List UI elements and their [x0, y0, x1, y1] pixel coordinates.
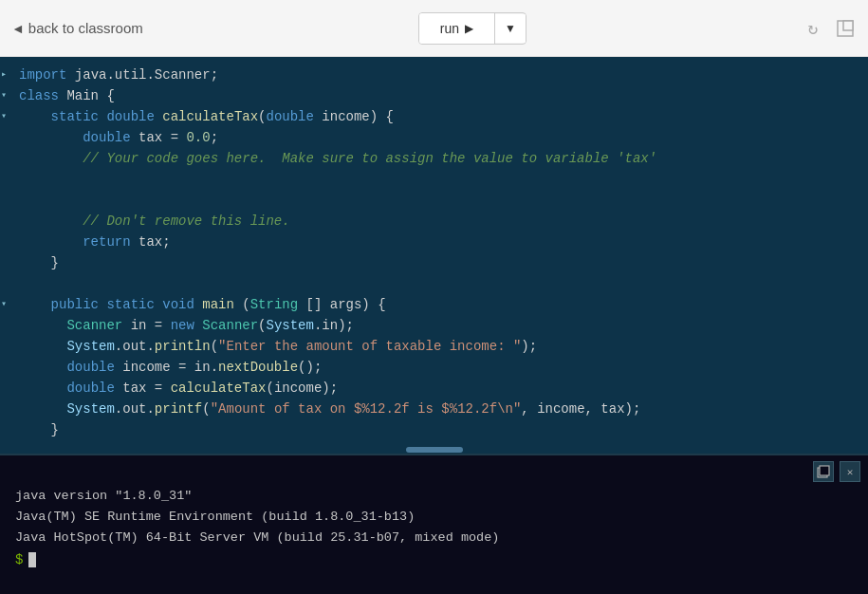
code-line-13: Scanner in = new Scanner(System.in);: [0, 315, 868, 336]
code-line-4: double tax = 0.0;: [0, 127, 868, 148]
refresh-icon[interactable]: ↻: [802, 17, 824, 40]
prompt-cursor: [28, 552, 36, 567]
code-line-8: // Don't remove this line.: [0, 211, 868, 232]
terminal-panel: ✕ java version "1.8.0_31" Java(TM) SE Ru…: [0, 454, 868, 594]
line-content-17: System.out.printf("Amount of tax on $%12…: [8, 399, 868, 419]
fold-arrow-1[interactable]: ▸: [1, 65, 7, 85]
run-button-group: run ▶ ▼: [418, 12, 526, 45]
line-content-16: double tax = calculateTax(income);: [8, 378, 868, 399]
code-line-2: ▾ class Main {: [0, 85, 868, 106]
line-content-5: // Your code goes here. Make sure to ass…: [8, 148, 868, 169]
line-content-8: // Don't remove this line.: [8, 211, 868, 232]
terminal-output: java version "1.8.0_31" Java(TM) SE Runt…: [0, 484, 868, 552]
terminal-close-icon[interactable]: ✕: [840, 461, 860, 482]
back-to-classroom-link[interactable]: ◄ back to classroom: [11, 20, 143, 36]
code-line-7: [0, 190, 868, 211]
code-line-16: double tax = calculateTax(income);: [0, 378, 868, 399]
terminal-line-1: java version "1.8.0_31": [15, 486, 853, 507]
editor-wrapper: ▸ import java.util.Scanner; ▾ class Main…: [0, 57, 868, 446]
code-editor[interactable]: ▸ import java.util.Scanner; ▾ class Main…: [0, 57, 868, 446]
gutter-12: ▾: [0, 294, 8, 315]
code-line-6: [0, 169, 868, 190]
line-content-12: public static void main (String [] args)…: [8, 294, 868, 315]
main-area: ▸ import java.util.Scanner; ▾ class Main…: [0, 57, 868, 594]
code-line-18: }: [0, 419, 868, 440]
code-line-12: ▾ public static void main (String [] arg…: [0, 294, 868, 315]
code-line-9: return tax;: [0, 232, 868, 252]
fold-arrow-2[interactable]: ▾: [1, 85, 7, 106]
code-line-11: [0, 273, 868, 294]
editor-content: ▸ import java.util.Scanner; ▾ class Main…: [0, 57, 868, 446]
line-content-7: [8, 190, 868, 211]
run-label: run: [440, 21, 459, 36]
line-content-19: [8, 440, 868, 446]
line-content-2: class Main {: [8, 85, 868, 106]
code-line-17: System.out.printf("Amount of tax on $%12…: [0, 399, 868, 419]
run-play-icon: ▶: [465, 22, 473, 35]
expand-icon[interactable]: [834, 17, 857, 40]
line-content-6: [8, 169, 868, 190]
code-line-15: double income = in.nextDouble();: [0, 357, 868, 378]
gutter-2: ▾: [0, 85, 8, 106]
close-x: ✕: [847, 466, 854, 478]
line-content-15: double income = in.nextDouble();: [8, 357, 868, 378]
line-content-1: import java.util.Scanner;: [8, 65, 868, 85]
line-content-14: System.out.println("Enter the amount of …: [8, 336, 868, 357]
terminal-line-2: Java(TM) SE Runtime Environment (build 1…: [15, 507, 853, 528]
line-content-9: return tax;: [8, 232, 868, 252]
horizontal-scroll-thumb[interactable]: [406, 447, 463, 453]
terminal-prompt-line[interactable]: $: [0, 552, 868, 567]
line-content-10: }: [8, 252, 868, 273]
code-line-5: // Your code goes here. Make sure to ass…: [0, 148, 868, 169]
terminal-line-3: Java HotSpot(TM) 64-Bit Server VM (build…: [15, 528, 853, 548]
run-dropdown-button[interactable]: ▼: [495, 14, 526, 43]
line-content-4: double tax = 0.0;: [8, 127, 868, 148]
code-line-3: ▾ static double calculateTax(double inco…: [0, 106, 868, 127]
fold-arrow-12[interactable]: ▾: [1, 294, 7, 315]
run-button[interactable]: run ▶: [419, 13, 495, 44]
gutter-3: ▾: [0, 106, 8, 127]
line-content-11: [8, 273, 868, 294]
line-content-18: }: [8, 419, 868, 440]
terminal-restore-icon[interactable]: [813, 461, 834, 482]
back-label: back to classroom: [28, 20, 143, 36]
prompt-dollar: $: [15, 552, 23, 567]
svg-rect-3: [820, 466, 829, 475]
horizontal-scrollbar[interactable]: [0, 446, 868, 454]
header-icons: ↻: [802, 17, 857, 40]
code-line-14: System.out.println("Enter the amount of …: [0, 336, 868, 357]
gutter-1: ▸: [0, 65, 8, 85]
back-arrow-icon: ◄: [11, 21, 25, 36]
svg-rect-1: [843, 21, 853, 30]
line-content-13: Scanner in = new Scanner(System.in);: [8, 315, 868, 336]
terminal-toolbar: ✕: [0, 455, 868, 484]
code-line-10: }: [0, 252, 868, 273]
header: ◄ back to classroom run ▶ ▼ ↻: [0, 0, 868, 57]
code-line-1: ▸ import java.util.Scanner;: [0, 65, 868, 85]
line-content-3: static double calculateTax(double income…: [8, 106, 868, 127]
fold-arrow-3[interactable]: ▾: [1, 106, 7, 127]
code-line-19: [0, 440, 868, 446]
